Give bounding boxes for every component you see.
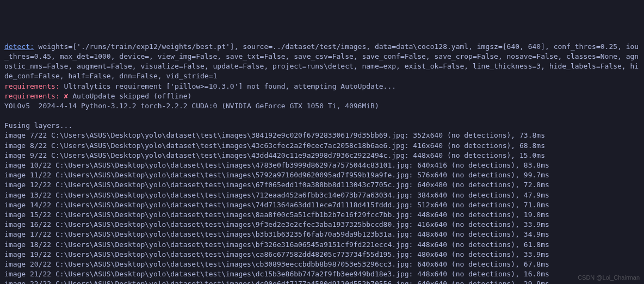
fusing-line: Fusing layers...	[4, 121, 640, 131]
requirements-line-2: requirements: ✘ AutoUpdate skipped (offl…	[4, 91, 640, 101]
requirements-keyword: requirements:	[4, 92, 60, 100]
image-line: image 20/22 C:\Users\ASUS\Desktop\yolo\d…	[4, 260, 640, 269]
image-line: image 12/22 C:\Users\ASUS\Desktop\yolo\d…	[4, 180, 640, 190]
image-line: image 9/22 C:\Users\ASUS\Desktop\yolo\da…	[4, 151, 640, 160]
image-line: image 16/22 C:\Users\ASUS\Desktop\yolo\d…	[4, 220, 640, 230]
image-line: image 15/22 C:\Users\ASUS\Desktop\yolo\d…	[4, 210, 640, 220]
image-line: image 8/22 C:\Users\ASUS\Desktop\yolo\da…	[4, 141, 640, 151]
detect-line: detect: weights=['./runs/train/exp12/wei…	[4, 42, 640, 82]
image-line: image 13/22 C:\Users\ASUS\Desktop\yolo\d…	[4, 190, 640, 200]
requirements-line-1: requirements: Ultralytics requirement ['…	[4, 82, 640, 91]
image-line: image 17/22 C:\Users\ASUS\Desktop\yolo\d…	[4, 230, 640, 239]
version-line: YOLOv5 2024-4-14 Python-3.12.2 torch-2.2…	[4, 101, 640, 111]
detect-params: weights=['./runs/train/exp12/weights/bes…	[4, 42, 639, 81]
image-line: image 22/22 C:\Users\ASUS\Desktop\yolo\d…	[4, 279, 640, 284]
cross-icon: ✘	[60, 92, 72, 100]
requirements-keyword: requirements:	[4, 82, 60, 90]
image-line: image 19/22 C:\Users\ASUS\Desktop\yolo\d…	[4, 250, 640, 260]
blank-line	[4, 111, 640, 121]
image-line: image 21/22 C:\Users\ASUS\Desktop\yolo\d…	[4, 269, 640, 279]
requirements-text-1: Ultralytics requirement ['pillow>=10.3.0…	[60, 82, 396, 90]
requirements-text-2: AutoUpdate skipped (offline)	[72, 92, 191, 100]
terminal-output: detect: weights=['./runs/train/exp12/wei…	[4, 42, 640, 284]
detect-keyword: detect:	[4, 42, 34, 51]
image-line: image 10/22 C:\Users\ASUS\Desktop\yolo\d…	[4, 160, 640, 170]
image-line: image 18/22 C:\Users\ASUS\Desktop\yolo\d…	[4, 240, 640, 250]
image-line: image 11/22 C:\Users\ASUS\Desktop\yolo\d…	[4, 170, 640, 180]
image-line: image 7/22 C:\Users\ASUS\Desktop\yolo\da…	[4, 131, 640, 140]
image-line: image 14/22 C:\Users\ASUS\Desktop\yolo\d…	[4, 200, 640, 210]
